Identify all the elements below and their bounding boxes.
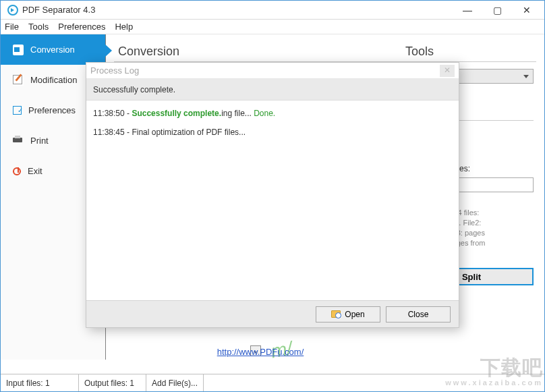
print-icon <box>13 136 24 146</box>
open-label: Open <box>345 310 364 319</box>
window-title: PDF Separator 4.3 <box>22 5 95 15</box>
sidebar-item-label: Exit <box>28 166 42 176</box>
menubar: File Tools Preferences Help <box>1 20 544 34</box>
titlebar: PDF Separator 4.3 — ▢ ✕ <box>1 1 544 20</box>
conversion-icon <box>13 45 24 55</box>
sidebar-item-conversion[interactable]: Conversion <box>1 34 105 65</box>
dialog-close-icon[interactable]: ✕ <box>440 65 455 77</box>
log-done: Done. <box>254 109 275 118</box>
dialog-status: Successfully complete. <box>86 79 459 101</box>
website-link[interactable]: http://www.PDFu.com/ <box>114 347 407 357</box>
dialog-footer: Open Close <box>86 300 459 327</box>
log-entry: 11:38:45 - Final optimization of PDF fil… <box>93 128 452 137</box>
dialog-titlebar: Process Log ✕ <box>86 63 459 79</box>
minimize-button[interactable]: — <box>453 1 482 20</box>
status-add-files[interactable]: Add File(s)... <box>146 374 204 391</box>
sidebar-item-label: Print <box>30 136 49 146</box>
sidebar-item-label: Modification <box>30 75 77 85</box>
log-entry: 11:38:50 - Successfully complete.ing fil… <box>93 109 452 118</box>
menu-help[interactable]: Help <box>115 22 133 32</box>
menu-tools[interactable]: Tools <box>28 22 49 32</box>
menu-file[interactable]: File <box>5 22 19 32</box>
modification-icon <box>13 75 24 86</box>
status-input: Input files: 1 <box>1 374 79 391</box>
dialog-body: 11:38:50 - Successfully complete.ing fil… <box>86 101 459 300</box>
log-time: 11:38:45 <box>93 128 125 137</box>
preferences-icon <box>13 106 22 115</box>
exit-icon <box>13 167 21 175</box>
log-text: Final optimization of PDF files... <box>132 128 246 137</box>
tools-title: Tools <box>405 45 434 59</box>
log-success: Successfully complete. <box>132 109 221 118</box>
app-icon <box>7 5 18 16</box>
status-output: Output files: 1 <box>79 374 146 391</box>
close-window-button[interactable]: ✕ <box>512 1 542 20</box>
page-title: Conversion <box>118 45 405 59</box>
sidebar-item-label: Preferences <box>28 105 76 115</box>
process-log-dialog: Process Log ✕ Successfully complete. 11:… <box>86 62 459 328</box>
menu-preferences[interactable]: Preferences <box>58 22 105 32</box>
close-label: Close <box>408 310 429 319</box>
open-button[interactable]: Open <box>316 306 380 323</box>
statusbar: Input files: 1 Output files: 1 Add File(… <box>1 374 544 391</box>
folder-icon <box>331 310 341 318</box>
sidebar-item-label: Conversion <box>30 45 75 55</box>
close-button[interactable]: Close <box>386 306 451 323</box>
dialog-title: Process Log <box>90 65 139 76</box>
log-tail: ing file... <box>221 109 254 118</box>
content-header: Conversion Tools <box>106 34 544 61</box>
log-time: 11:38:50 <box>93 109 125 118</box>
maximize-button[interactable]: ▢ <box>482 1 512 20</box>
